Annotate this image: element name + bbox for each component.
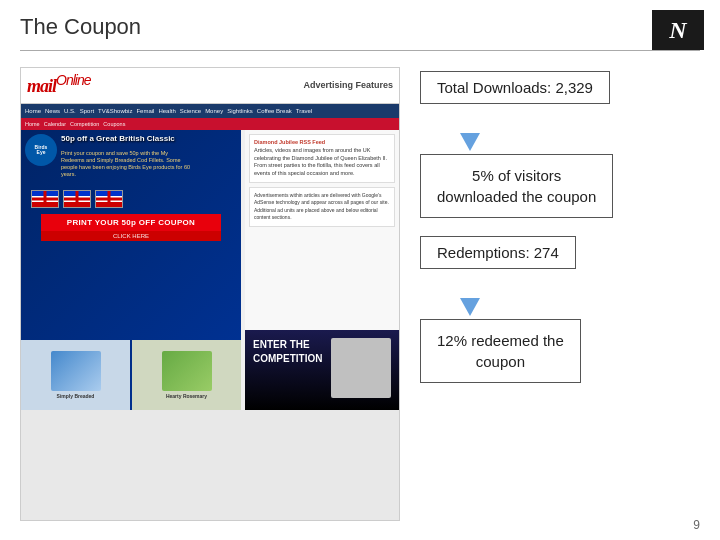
mock-click-here: CLICK HERE [41,231,221,241]
mock-competition-area: ENTER THECOMPETITION [245,330,399,410]
redemptions-box: Redemptions: 274 [420,236,576,269]
mock-nav-money: Money [205,108,223,114]
mock-birdseye-logo: BirdsEye [25,134,57,166]
mock-mail-logo: mailOnline [27,72,90,97]
mock-nav-travel: Travel [296,108,312,114]
stats-panel: Total Downloads: 2,329 5% of visitors do… [420,67,700,521]
mock-secondary-nav: Home Calendar Competition Coupons [21,118,399,130]
mock-coupon-title: 50p off a Great British Classic [61,134,175,144]
mock-coupon-area: BirdsEye 50p off a Great British Classic… [21,130,241,410]
mock-ad-section: Advertisements within articles are deliv… [249,187,395,227]
visitors-downloaded-stat: 5% of visitors downloaded the coupon [420,154,613,218]
mock-nav-science: Science [180,108,201,114]
arrow-down-2 [440,269,500,319]
mock-product-2: Hearty Rosemary [132,340,241,410]
mock-flag-1 [31,190,59,208]
mock-nav-us: U.S. [64,108,76,114]
mock-main-nav: Home News U.S. Sport TV&Showbiz Femail H… [21,104,399,118]
mock-snav-coupons: Coupons [103,121,125,127]
mock-body: BirdsEye 50p off a Great British Classic… [21,130,399,410]
visitors-downloaded-text: 5% of visitors downloaded the coupon [437,167,596,205]
page-title: The Coupon [0,0,720,50]
redeemed-text: 12% redeemed the coupon [437,332,564,370]
mock-coupon-subtitle: Print your coupon and save 50p with the … [61,150,191,179]
mock-nav-health: Health [158,108,175,114]
mock-nav-news: News [45,108,60,114]
page-number: 9 [693,518,700,532]
mock-snav-calendar: Calendar [44,121,66,127]
mock-logo-row: mailOnline Advertising Features [27,72,393,97]
mock-nav-tv: TV&Showbiz [98,108,132,114]
redeemed-coupon-stat: 12% redeemed the coupon [420,319,581,383]
website-screenshot-mockup: mailOnline Advertising Features Home New… [20,67,400,521]
mock-nav-home: Home [25,108,41,114]
mock-print-coupon-btn: PRINT YOUR 50p OFF COUPON CLICK HERE [21,214,241,241]
content-area: mailOnline Advertising Features Home New… [0,51,720,531]
mock-right-content: Diamond Jubilee RSS Feed Articles, video… [245,130,399,410]
mock-competition-image [331,338,391,398]
newsworks-logo: N [652,10,704,50]
mock-header: mailOnline Advertising Features [21,68,399,104]
mock-competition-text: ENTER THECOMPETITION [253,338,322,366]
mock-snav-competition: Competition [70,121,99,127]
mock-jubilee-content: Diamond Jubilee RSS Feed Articles, video… [249,134,395,183]
mock-flag-2 [63,190,91,208]
mock-nav-femail: Femail [136,108,154,114]
mock-product-1: Simply Breaded [21,340,130,410]
mock-advert-title: Advertising Features [303,80,393,90]
mock-nav-sport: Sport [80,108,94,114]
arrow-down-1 [440,104,500,154]
mock-products: Simply Breaded Hearty Rosemary [21,340,241,410]
total-downloads-box: Total Downloads: 2,329 [420,71,610,104]
mock-snav-home: Home [25,121,40,127]
mock-nav-sightlinks: Sightlinks [227,108,253,114]
mock-nav-coffee: Coffee Break [257,108,292,114]
mock-flag-3 [95,190,123,208]
mock-print-text: PRINT YOUR 50p OFF COUPON [41,214,221,231]
mail-text: mail [27,76,56,96]
mock-flags [31,190,123,208]
n-logo-letter: N [669,18,686,42]
